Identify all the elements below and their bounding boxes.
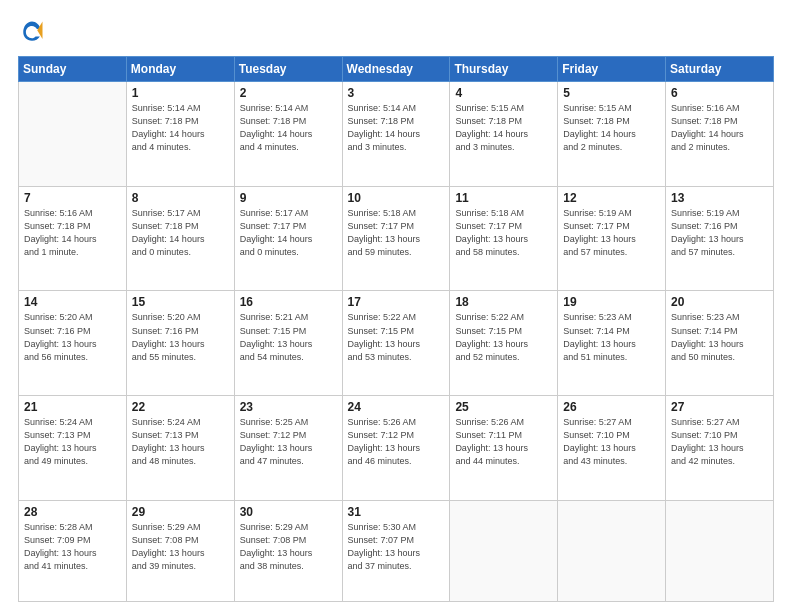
day-number: 27 (671, 400, 768, 414)
day-cell: 27Sunrise: 5:27 AMSunset: 7:10 PMDayligh… (666, 396, 774, 501)
day-number: 25 (455, 400, 552, 414)
day-info: Sunrise: 5:14 AMSunset: 7:18 PMDaylight:… (240, 102, 337, 154)
day-info: Sunrise: 5:29 AMSunset: 7:08 PMDaylight:… (240, 521, 337, 573)
day-number: 5 (563, 86, 660, 100)
day-cell: 5Sunrise: 5:15 AMSunset: 7:18 PMDaylight… (558, 82, 666, 187)
day-cell: 23Sunrise: 5:25 AMSunset: 7:12 PMDayligh… (234, 396, 342, 501)
page: SundayMondayTuesdayWednesdayThursdayFrid… (0, 0, 792, 612)
day-cell: 4Sunrise: 5:15 AMSunset: 7:18 PMDaylight… (450, 82, 558, 187)
day-info: Sunrise: 5:20 AMSunset: 7:16 PMDaylight:… (24, 311, 121, 363)
week-row-3: 21Sunrise: 5:24 AMSunset: 7:13 PMDayligh… (19, 396, 774, 501)
day-number: 1 (132, 86, 229, 100)
day-info: Sunrise: 5:24 AMSunset: 7:13 PMDaylight:… (132, 416, 229, 468)
day-info: Sunrise: 5:26 AMSunset: 7:12 PMDaylight:… (348, 416, 445, 468)
calendar-table: SundayMondayTuesdayWednesdayThursdayFrid… (18, 56, 774, 602)
day-cell (558, 500, 666, 601)
day-number: 11 (455, 191, 552, 205)
day-info: Sunrise: 5:28 AMSunset: 7:09 PMDaylight:… (24, 521, 121, 573)
day-info: Sunrise: 5:22 AMSunset: 7:15 PMDaylight:… (348, 311, 445, 363)
day-info: Sunrise: 5:25 AMSunset: 7:12 PMDaylight:… (240, 416, 337, 468)
logo (18, 18, 50, 46)
day-info: Sunrise: 5:15 AMSunset: 7:18 PMDaylight:… (455, 102, 552, 154)
calendar-header-wednesday: Wednesday (342, 57, 450, 82)
week-row-1: 7Sunrise: 5:16 AMSunset: 7:18 PMDaylight… (19, 186, 774, 291)
calendar-header-thursday: Thursday (450, 57, 558, 82)
day-info: Sunrise: 5:24 AMSunset: 7:13 PMDaylight:… (24, 416, 121, 468)
day-cell: 7Sunrise: 5:16 AMSunset: 7:18 PMDaylight… (19, 186, 127, 291)
day-number: 6 (671, 86, 768, 100)
day-cell: 30Sunrise: 5:29 AMSunset: 7:08 PMDayligh… (234, 500, 342, 601)
day-info: Sunrise: 5:21 AMSunset: 7:15 PMDaylight:… (240, 311, 337, 363)
day-info: Sunrise: 5:16 AMSunset: 7:18 PMDaylight:… (671, 102, 768, 154)
day-cell: 3Sunrise: 5:14 AMSunset: 7:18 PMDaylight… (342, 82, 450, 187)
day-number: 13 (671, 191, 768, 205)
day-number: 22 (132, 400, 229, 414)
week-row-0: 1Sunrise: 5:14 AMSunset: 7:18 PMDaylight… (19, 82, 774, 187)
day-info: Sunrise: 5:20 AMSunset: 7:16 PMDaylight:… (132, 311, 229, 363)
day-info: Sunrise: 5:19 AMSunset: 7:16 PMDaylight:… (671, 207, 768, 259)
day-cell: 16Sunrise: 5:21 AMSunset: 7:15 PMDayligh… (234, 291, 342, 396)
day-number: 31 (348, 505, 445, 519)
day-cell: 20Sunrise: 5:23 AMSunset: 7:14 PMDayligh… (666, 291, 774, 396)
day-number: 19 (563, 295, 660, 309)
logo-icon (18, 18, 46, 46)
calendar-header-saturday: Saturday (666, 57, 774, 82)
day-info: Sunrise: 5:17 AMSunset: 7:17 PMDaylight:… (240, 207, 337, 259)
day-info: Sunrise: 5:30 AMSunset: 7:07 PMDaylight:… (348, 521, 445, 573)
day-number: 4 (455, 86, 552, 100)
day-number: 20 (671, 295, 768, 309)
calendar-header-tuesday: Tuesday (234, 57, 342, 82)
day-number: 3 (348, 86, 445, 100)
day-cell: 18Sunrise: 5:22 AMSunset: 7:15 PMDayligh… (450, 291, 558, 396)
day-info: Sunrise: 5:27 AMSunset: 7:10 PMDaylight:… (671, 416, 768, 468)
day-number: 23 (240, 400, 337, 414)
day-number: 15 (132, 295, 229, 309)
day-info: Sunrise: 5:17 AMSunset: 7:18 PMDaylight:… (132, 207, 229, 259)
day-number: 12 (563, 191, 660, 205)
day-cell: 8Sunrise: 5:17 AMSunset: 7:18 PMDaylight… (126, 186, 234, 291)
day-number: 17 (348, 295, 445, 309)
day-cell (666, 500, 774, 601)
day-cell: 13Sunrise: 5:19 AMSunset: 7:16 PMDayligh… (666, 186, 774, 291)
day-number: 9 (240, 191, 337, 205)
day-info: Sunrise: 5:15 AMSunset: 7:18 PMDaylight:… (563, 102, 660, 154)
day-cell (19, 82, 127, 187)
week-row-2: 14Sunrise: 5:20 AMSunset: 7:16 PMDayligh… (19, 291, 774, 396)
day-cell: 6Sunrise: 5:16 AMSunset: 7:18 PMDaylight… (666, 82, 774, 187)
day-cell: 21Sunrise: 5:24 AMSunset: 7:13 PMDayligh… (19, 396, 127, 501)
day-info: Sunrise: 5:22 AMSunset: 7:15 PMDaylight:… (455, 311, 552, 363)
day-cell: 25Sunrise: 5:26 AMSunset: 7:11 PMDayligh… (450, 396, 558, 501)
day-cell: 29Sunrise: 5:29 AMSunset: 7:08 PMDayligh… (126, 500, 234, 601)
day-info: Sunrise: 5:18 AMSunset: 7:17 PMDaylight:… (348, 207, 445, 259)
day-cell: 14Sunrise: 5:20 AMSunset: 7:16 PMDayligh… (19, 291, 127, 396)
day-info: Sunrise: 5:18 AMSunset: 7:17 PMDaylight:… (455, 207, 552, 259)
day-number: 26 (563, 400, 660, 414)
day-number: 30 (240, 505, 337, 519)
day-cell: 15Sunrise: 5:20 AMSunset: 7:16 PMDayligh… (126, 291, 234, 396)
day-number: 2 (240, 86, 337, 100)
day-cell: 24Sunrise: 5:26 AMSunset: 7:12 PMDayligh… (342, 396, 450, 501)
day-cell: 17Sunrise: 5:22 AMSunset: 7:15 PMDayligh… (342, 291, 450, 396)
day-cell: 12Sunrise: 5:19 AMSunset: 7:17 PMDayligh… (558, 186, 666, 291)
day-number: 21 (24, 400, 121, 414)
day-cell: 22Sunrise: 5:24 AMSunset: 7:13 PMDayligh… (126, 396, 234, 501)
day-number: 14 (24, 295, 121, 309)
calendar-header-monday: Monday (126, 57, 234, 82)
day-info: Sunrise: 5:29 AMSunset: 7:08 PMDaylight:… (132, 521, 229, 573)
day-cell: 1Sunrise: 5:14 AMSunset: 7:18 PMDaylight… (126, 82, 234, 187)
day-info: Sunrise: 5:16 AMSunset: 7:18 PMDaylight:… (24, 207, 121, 259)
day-info: Sunrise: 5:19 AMSunset: 7:17 PMDaylight:… (563, 207, 660, 259)
day-cell: 19Sunrise: 5:23 AMSunset: 7:14 PMDayligh… (558, 291, 666, 396)
day-cell: 31Sunrise: 5:30 AMSunset: 7:07 PMDayligh… (342, 500, 450, 601)
day-number: 16 (240, 295, 337, 309)
day-number: 18 (455, 295, 552, 309)
header (18, 18, 774, 46)
day-info: Sunrise: 5:14 AMSunset: 7:18 PMDaylight:… (348, 102, 445, 154)
calendar-header-sunday: Sunday (19, 57, 127, 82)
day-number: 28 (24, 505, 121, 519)
calendar-header-friday: Friday (558, 57, 666, 82)
day-cell: 10Sunrise: 5:18 AMSunset: 7:17 PMDayligh… (342, 186, 450, 291)
day-number: 8 (132, 191, 229, 205)
day-cell: 11Sunrise: 5:18 AMSunset: 7:17 PMDayligh… (450, 186, 558, 291)
day-info: Sunrise: 5:23 AMSunset: 7:14 PMDaylight:… (671, 311, 768, 363)
